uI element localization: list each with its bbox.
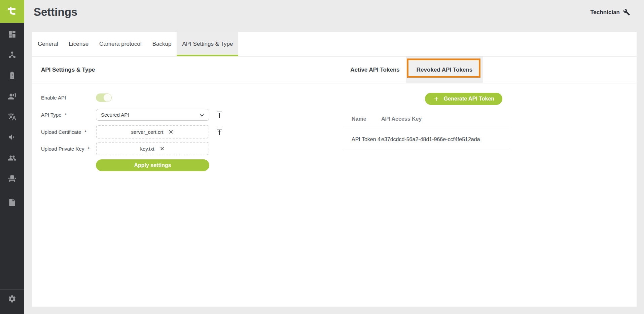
app-logo[interactable] bbox=[0, 0, 24, 23]
sidebar-divider bbox=[0, 289, 24, 290]
battery-alert-icon bbox=[8, 71, 16, 80]
sidebar bbox=[0, 0, 24, 314]
private-key-file-name: key.txt bbox=[140, 146, 154, 152]
certificate-file-field[interactable]: server_cert.crt bbox=[96, 125, 209, 139]
column-header-api-access-key: API Access Key bbox=[381, 116, 510, 122]
upload-certificate-row: Upload Certificate* server_cert.crt bbox=[41, 125, 209, 139]
tab-license[interactable]: License bbox=[63, 32, 94, 56]
generate-api-token-label: Generate API Token bbox=[444, 96, 494, 102]
token-tabs: Active API Tokens Revoked API Tokens bbox=[344, 56, 483, 83]
column-header-name: Name bbox=[343, 116, 381, 122]
sidebar-item-audio[interactable] bbox=[8, 133, 16, 142]
chevron-down-icon bbox=[198, 112, 206, 119]
sidebar-item-settings[interactable] bbox=[8, 295, 16, 303]
tab-camera-protocol[interactable]: Camera protocol bbox=[94, 32, 147, 56]
settings-card: General License Camera protocol Backup A… bbox=[32, 32, 637, 307]
gear-icon bbox=[8, 295, 16, 303]
api-type-select[interactable]: Secured API bbox=[96, 109, 209, 121]
voice-over-icon bbox=[8, 92, 16, 101]
table-header-row: Name API Access Key bbox=[343, 109, 510, 129]
page-title: Settings bbox=[34, 6, 77, 18]
settings-tabbar: General License Camera protocol Backup A… bbox=[32, 32, 637, 56]
sidebar-item-dashboard[interactable] bbox=[8, 30, 16, 39]
dashboard-icon bbox=[8, 30, 16, 39]
sidebar-item-users[interactable] bbox=[8, 154, 16, 162]
sidebar-item-seat[interactable] bbox=[8, 174, 16, 183]
table-row: API Token 4 e37dcdcd-56a2-48d1-966e-ccf4… bbox=[343, 129, 510, 150]
private-key-file-field[interactable]: key.txt bbox=[96, 142, 209, 155]
sidebar-item-device-hub[interactable] bbox=[8, 50, 16, 59]
device-hub-icon bbox=[8, 50, 16, 59]
token-key-cell: e37dcdcd-56a2-48d1-966e-ccf4fe512ada bbox=[381, 136, 510, 143]
api-type-row: API Type* Secured API bbox=[41, 108, 209, 121]
sidebar-item-battery[interactable] bbox=[8, 71, 16, 80]
toggle-knob bbox=[104, 94, 111, 102]
tab-api-settings[interactable]: API Settings & Type bbox=[177, 32, 238, 56]
enable-api-label: Enable API bbox=[41, 95, 96, 101]
required-marker: * bbox=[87, 146, 90, 152]
user-menu[interactable]: Technician bbox=[590, 9, 630, 16]
tab-revoked-api-tokens[interactable]: Revoked API Tokens bbox=[406, 56, 483, 83]
tab-active-api-tokens[interactable]: Active API Tokens bbox=[344, 56, 406, 83]
apply-settings-button[interactable]: Apply settings bbox=[96, 159, 209, 171]
token-name-cell: API Token 4 bbox=[343, 136, 381, 143]
certificate-file-name: server_cert.crt bbox=[131, 129, 164, 135]
upload-api-type-icon[interactable] bbox=[215, 111, 223, 119]
api-settings-content: Enable API API Type* Secured API Upload … bbox=[32, 83, 637, 307]
tab-backup[interactable]: Backup bbox=[147, 32, 177, 56]
volume-icon bbox=[8, 133, 16, 142]
upload-private-key-label: Upload Private Key* bbox=[41, 146, 96, 152]
seat-icon bbox=[8, 174, 16, 183]
api-type-label: API Type* bbox=[41, 112, 96, 118]
tab-general[interactable]: General bbox=[32, 32, 63, 56]
enable-api-row: Enable API bbox=[41, 91, 112, 104]
remove-certificate-icon[interactable] bbox=[168, 129, 174, 135]
upload-private-key-row: Upload Private Key* key.txt bbox=[41, 142, 209, 155]
required-marker: * bbox=[84, 129, 86, 135]
tab-revoked-label: Revoked API Tokens bbox=[417, 67, 472, 73]
wrench-icon bbox=[623, 9, 630, 16]
users-icon bbox=[8, 154, 16, 162]
enable-api-toggle[interactable] bbox=[96, 93, 112, 102]
section-title: API Settings & Type bbox=[41, 56, 95, 83]
revoked-tokens-table: Name API Access Key API Token 4 e37dcdcd… bbox=[343, 109, 510, 150]
user-label: Technician bbox=[590, 9, 620, 16]
sidebar-item-documents[interactable] bbox=[8, 198, 16, 207]
required-marker: * bbox=[65, 112, 67, 118]
translate-icon bbox=[8, 112, 16, 121]
remove-private-key-icon[interactable] bbox=[159, 146, 165, 152]
sidebar-item-voice[interactable] bbox=[8, 92, 16, 101]
plus-icon bbox=[433, 95, 440, 102]
upload-certificate-label: Upload Certificate* bbox=[41, 129, 96, 135]
generate-api-token-button[interactable]: Generate API Token bbox=[425, 93, 502, 105]
api-type-value: Secured API bbox=[101, 112, 129, 118]
logo-t-icon bbox=[4, 4, 20, 19]
sidebar-item-translate[interactable] bbox=[8, 112, 16, 121]
section-header-row: API Settings & Type Active API Tokens Re… bbox=[32, 56, 637, 83]
document-icon bbox=[8, 198, 16, 207]
upload-certificate-icon[interactable] bbox=[215, 128, 223, 136]
